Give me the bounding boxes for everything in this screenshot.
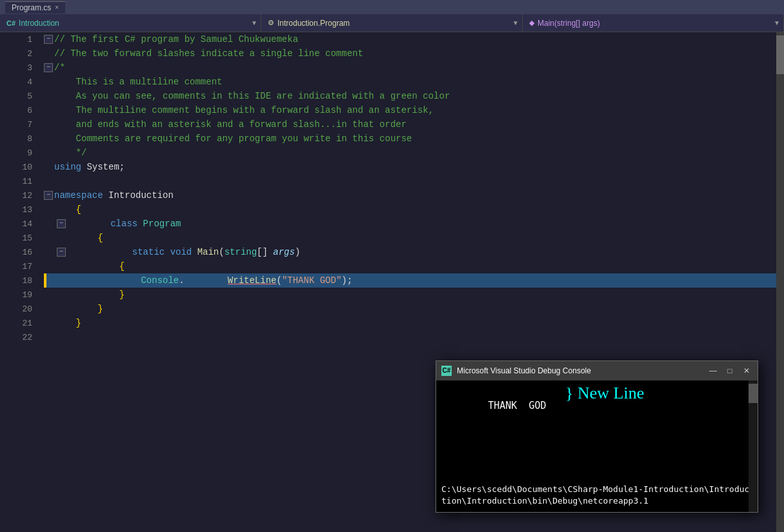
collapse-12[interactable]: − [44, 191, 53, 200]
console-output-line-1: THANK GOD } New Line [441, 386, 752, 440]
tab-program-cs[interactable]: Program.cs × [5, 1, 65, 14]
line-num-19: 19 [0, 288, 39, 302]
code-using: using [54, 162, 81, 172]
line-num-8: 8 [0, 132, 39, 146]
line-num-10: 10 [0, 160, 39, 174]
code-line-8: Comments are required for any program yo… [44, 132, 776, 146]
code-namespace-name: Introduction [103, 190, 174, 201]
code-string-val: "THANK GOD" [282, 275, 341, 286]
code-line-9: */ [44, 146, 776, 160]
editor-scrollbar[interactable] [776, 32, 784, 532]
title-bar: Program.cs × [0, 0, 784, 14]
nav-segment-method[interactable]: ◆ Main(string[] args) ▼ [523, 14, 784, 32]
line-num-4: 4 [0, 75, 39, 89]
code-bracket: [] [257, 247, 268, 257]
editor-scrollbar-thumb[interactable] [776, 35, 784, 74]
code-args: args [268, 247, 295, 257]
code-line-19: } [44, 288, 776, 302]
code-line-11 [44, 174, 776, 188]
code-static: static [67, 247, 165, 257]
code-line-18: Console . WriteLine ( "THANK GOD" ); [44, 273, 776, 288]
line-num-18: 18 [0, 273, 39, 288]
code-line-15: { [44, 231, 776, 245]
code-void: void [165, 247, 192, 257]
code-brace-21: } [54, 318, 81, 328]
code-paren-close: ) [295, 247, 300, 257]
code-line-3: − /* [44, 61, 776, 75]
console-title: Microsoft Visual Studio Debug Console [457, 366, 702, 375]
code-line-6: The multiline comment begins with a forw… [44, 103, 776, 117]
collapse-3[interactable]: − [44, 63, 53, 72]
nav-method-label: Main(string[] args) [538, 19, 600, 28]
code-line-14: − class Program [44, 217, 776, 231]
console-output-line-2: C:\Users\scedd\Documents\CSharp-Module1-… [441, 484, 752, 507]
nav-dropdown-1[interactable]: ▼ [251, 19, 257, 26]
csharp-icon: C# [6, 19, 15, 27]
tab-label: Program.cs [12, 3, 51, 12]
code-line-20: } [44, 302, 776, 316]
line-num-9: 9 [0, 146, 39, 160]
debug-console-window[interactable]: C# Microsoft Visual Studio Debug Console… [436, 360, 758, 513]
code-line-21: } [44, 316, 776, 330]
annotation-text: } New Line [565, 382, 644, 405]
collapse-14[interactable]: − [57, 219, 66, 228]
code-string-type: string [225, 247, 257, 257]
code-comment-1: // The first C# program by Samuel Chukwu… [54, 34, 298, 44]
nav-dropdown-2[interactable]: ▼ [512, 19, 519, 26]
console-minimize-button[interactable]: — [707, 365, 719, 377]
console-body: THANK GOD } New Line C:\Users\scedd\Docu… [436, 380, 758, 512]
code-brace-20: } [54, 304, 103, 314]
code-dot: . [179, 275, 184, 286]
line-num-17: 17 [0, 259, 39, 273]
nav-bar: C# Introduction ▼ ⚙ Introduction.Program… [0, 14, 784, 32]
line-num-3: 3 [0, 61, 39, 75]
collapse-1[interactable]: − [44, 35, 53, 44]
nav-segment-namespace[interactable]: C# Introduction ▼ [0, 14, 261, 32]
code-class-name: Program [137, 219, 181, 229]
line-num-2: 2 [0, 46, 39, 61]
console-scrollbar-thumb[interactable] [749, 384, 758, 403]
nav-segment-class[interactable]: ⚙ Introduction.Program ▼ [261, 14, 523, 32]
code-main: Main [192, 247, 219, 257]
tab-close-button[interactable]: × [55, 4, 59, 11]
code-brace-19: } [54, 290, 125, 300]
line-num-22: 22 [0, 330, 39, 344]
console-scrollbar[interactable] [749, 380, 758, 512]
nav-class-label: Introduction.Program [277, 19, 350, 28]
method-icon: ◆ [529, 19, 534, 27]
line-numbers: 1 2 3 4 5 6 7 8 9 10 11 12 13 14 15 16 1… [0, 32, 39, 532]
code-line-22 [44, 330, 776, 344]
editor: 1 2 3 4 5 6 7 8 9 10 11 12 13 14 15 16 1… [0, 32, 784, 532]
code-comment-6: The multiline comment begins with a forw… [54, 105, 434, 115]
code-brace-17: { [54, 261, 125, 271]
debug-marker [44, 273, 46, 288]
collapse-16[interactable]: − [57, 248, 66, 257]
console-restore-button[interactable]: □ [724, 365, 736, 377]
code-comment-4: This is a multiline comment [54, 77, 222, 87]
console-close-button[interactable]: ✕ [741, 365, 752, 377]
code-comment-8: Comments are required for any program yo… [54, 133, 412, 144]
code-line-5: As you can see, comments in this IDE are… [44, 89, 776, 103]
code-line-4: This is a multiline comment [44, 75, 776, 89]
line-num-14: 14 [0, 217, 39, 231]
code-console: Console [54, 275, 179, 286]
console-thank-god: THANK GOD [488, 400, 546, 411]
code-paren-open: ( [219, 247, 224, 257]
line-num-16: 16 [0, 245, 39, 259]
line-num-11: 11 [0, 174, 39, 188]
code-brace-15: { [54, 233, 103, 243]
line-num-7: 7 [0, 117, 39, 132]
code-line-7: and ends with an asterisk and a forward … [44, 117, 776, 132]
code-comment-2: // The two forward slashes indicate a si… [54, 48, 363, 59]
nav-dropdown-3[interactable]: ▼ [774, 19, 780, 26]
console-titlebar: C# Microsoft Visual Studio Debug Console… [436, 361, 758, 380]
class-icon: ⚙ [268, 19, 274, 27]
line-num-13: 13 [0, 202, 39, 217]
code-system: System; [81, 162, 125, 172]
line-num-21: 21 [0, 316, 39, 330]
line-num-1: 1 [0, 32, 39, 46]
code-line-10: using System; [44, 160, 776, 174]
code-brace-13: { [54, 204, 81, 215]
code-comment-9: */ [54, 148, 86, 158]
nav-namespace-label: Introduction [19, 19, 59, 28]
